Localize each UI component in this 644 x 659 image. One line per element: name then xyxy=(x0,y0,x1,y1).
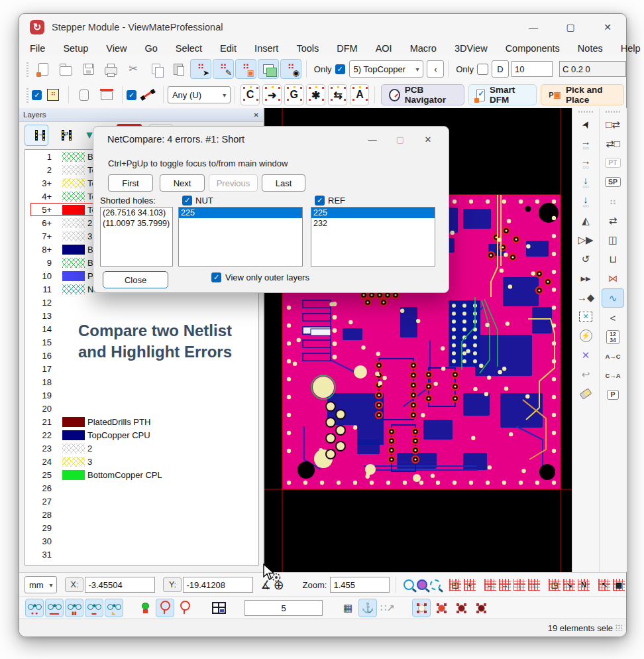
step-repeat-button[interactable]: ▸▸ xyxy=(575,269,596,287)
renumber-button[interactable]: 1234 xyxy=(602,328,623,346)
close-button[interactable]: ✕ xyxy=(589,14,626,40)
resize-select-button[interactable]: ↖ xyxy=(598,575,611,594)
paste-button[interactable] xyxy=(168,59,189,79)
diagonal-view-button[interactable]: N xyxy=(577,575,590,594)
dcode-type-dropdown[interactable]: Any (U)▾ xyxy=(168,86,231,103)
minimize-button[interactable]: — xyxy=(515,14,552,40)
drag-handle[interactable] xyxy=(606,111,620,113)
outline-shape-button[interactable] xyxy=(74,85,95,105)
zoom-window-button[interactable] xyxy=(429,575,441,594)
traffic-light-button[interactable] xyxy=(136,599,154,617)
drag-handle[interactable] xyxy=(27,61,28,77)
sketch-shape-button[interactable] xyxy=(96,85,117,105)
ref-list[interactable]: 225232 xyxy=(311,207,435,267)
layer-row-12[interactable]: 12 xyxy=(25,296,258,309)
layers-panel-close-icon[interactable]: ✕ xyxy=(254,111,259,119)
view-origin-button[interactable]: ◰ xyxy=(449,575,462,594)
zoom-input[interactable] xyxy=(330,577,390,593)
zoom-block-button[interactable]: ↘ xyxy=(563,575,576,594)
menu-select[interactable]: Select xyxy=(176,43,202,54)
list-item[interactable]: (11.0097 35.7999) xyxy=(101,218,172,229)
nut-list[interactable]: 225 xyxy=(178,207,303,267)
dialog-maximize-button[interactable]: ▢ xyxy=(386,135,414,145)
highlight-white-button[interactable] xyxy=(412,599,431,617)
layer-color-swatch[interactable] xyxy=(62,231,85,241)
menu-go[interactable]: Go xyxy=(144,43,157,54)
menu-aoi[interactable]: AOI xyxy=(376,43,392,54)
layer-color-swatch[interactable] xyxy=(62,205,85,215)
save-button[interactable] xyxy=(78,59,99,79)
pan-up-button[interactable]: ↑ xyxy=(527,575,541,594)
layer-compare-button[interactable] xyxy=(25,125,48,146)
cut-button[interactable]: ✂ xyxy=(123,59,144,79)
angle-less-button[interactable]: < xyxy=(602,309,623,327)
dialog-close-action-button[interactable]: Close xyxy=(103,271,168,288)
maximize-button[interactable]: ▢ xyxy=(552,14,589,40)
layers-button[interactable] xyxy=(258,59,279,79)
edit-elements-button[interactable]: ⠛✎ xyxy=(213,59,234,79)
layer-row-29[interactable]: 29 xyxy=(25,521,258,534)
layer-color-swatch[interactable] xyxy=(62,271,85,281)
c-to-a-button[interactable]: C→A xyxy=(602,367,623,385)
layer-color-swatch[interactable] xyxy=(62,430,85,440)
menu-setup[interactable]: Setup xyxy=(63,43,88,54)
menu-macro[interactable]: Macro xyxy=(410,43,437,54)
grid-dots-button[interactable]: ▦ xyxy=(339,599,357,617)
layer-color-swatch[interactable] xyxy=(62,192,85,202)
filter-component-button[interactable]: C xyxy=(241,84,260,105)
move-down-button[interactable]: ↓○○ xyxy=(575,173,596,191)
drag-handle[interactable] xyxy=(27,87,28,103)
delete-button[interactable]: ✕ xyxy=(575,346,596,364)
menu-notes[interactable]: Notes xyxy=(578,43,603,54)
a-to-c-button[interactable]: A→C xyxy=(602,347,623,365)
menu-file[interactable]: File xyxy=(30,43,45,54)
shorted-holes-list[interactable]: (26.7516 34.103)(11.0097 35.7999) xyxy=(100,207,173,267)
pan-left-button[interactable]: ← xyxy=(484,575,497,594)
rotate-button[interactable]: ↺ xyxy=(575,250,596,268)
layer-row-23[interactable]: 232 xyxy=(25,442,258,455)
x-coordinate-input[interactable] xyxy=(85,577,155,593)
dcode-number-input[interactable] xyxy=(511,61,553,77)
copy-elements-button[interactable]: →○○ xyxy=(575,154,596,172)
move-to-layer-button[interactable]: ⇄□ xyxy=(602,135,623,152)
window-pane-button[interactable] xyxy=(209,599,228,617)
layer-row-22[interactable]: 22TopCopper CPU xyxy=(25,428,258,442)
list-item[interactable]: 232 xyxy=(311,218,435,229)
view-options-button[interactable]: ⠛◉ xyxy=(280,59,301,79)
undo-button[interactable]: ↩ xyxy=(575,365,596,383)
copy-button[interactable] xyxy=(145,59,166,79)
flip-button[interactable]: ▷▶ xyxy=(575,231,596,249)
filter-flash-button[interactable]: ✱ xyxy=(306,84,325,105)
layer-swap-button[interactable] xyxy=(51,125,75,146)
layer-color-swatch[interactable] xyxy=(62,152,85,162)
layer-row-25[interactable]: 25BottomCopper CPL xyxy=(25,468,258,481)
pad-filter-button[interactable]: ⠛ xyxy=(42,85,64,105)
pan-down-button[interactable]: ↓ xyxy=(513,575,526,594)
first-button[interactable]: First xyxy=(108,174,153,192)
layer-row-31[interactable]: 31 xyxy=(25,548,258,561)
pt-tool-button[interactable]: PT xyxy=(602,154,623,172)
layer-row-18[interactable]: 18 xyxy=(25,375,258,389)
filter-trace-button[interactable]: ➜ xyxy=(262,84,282,105)
p-tool-button[interactable]: P xyxy=(602,386,623,404)
layer-color-swatch[interactable] xyxy=(62,457,85,467)
new-file-button[interactable] xyxy=(32,59,54,79)
copy-down-button[interactable]: ↓○○ xyxy=(575,192,596,210)
layer-row-26[interactable]: 26 xyxy=(25,481,258,495)
layer-row-24[interactable]: 243 xyxy=(25,455,258,468)
zoom-in-button[interactable] xyxy=(403,575,415,594)
erase-button[interactable] xyxy=(575,385,596,402)
list-item[interactable]: (26.7516 34.103) xyxy=(101,208,172,218)
filter-swap-button[interactable]: ⇆ xyxy=(328,84,347,105)
dialog-minimize-button[interactable]: — xyxy=(358,135,386,145)
layer-row-28[interactable]: 28 xyxy=(25,508,258,521)
filter-text-button[interactable]: A xyxy=(350,84,369,105)
drag-handle[interactable] xyxy=(578,111,593,113)
film-copy-button[interactable]: ◫ xyxy=(602,231,623,249)
add-element-button[interactable]: ⠛▣ xyxy=(235,59,256,79)
only-layer-checkbox[interactable]: ✓ xyxy=(335,64,345,74)
layer-color-swatch[interactable] xyxy=(62,218,85,228)
layer-color-swatch[interactable] xyxy=(62,444,85,453)
menu-view[interactable]: View xyxy=(106,43,127,54)
swap-button[interactable]: ⇄ xyxy=(602,211,623,229)
